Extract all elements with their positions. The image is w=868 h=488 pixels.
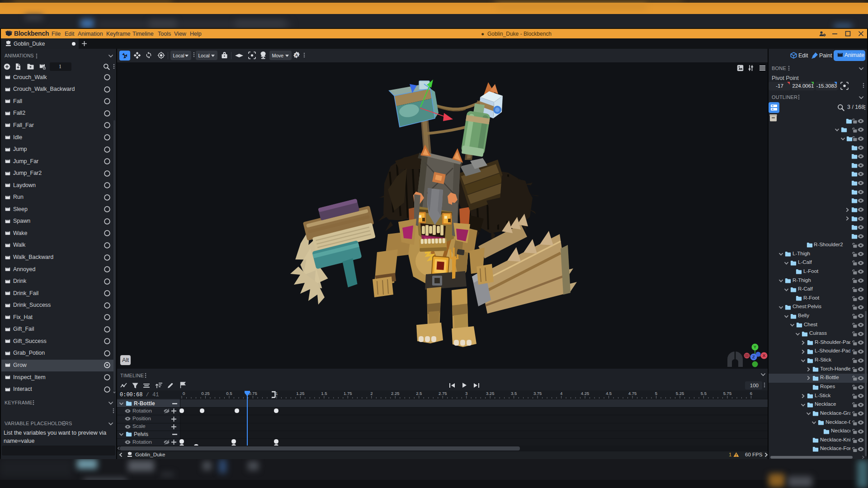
svg-text:5.75: 5.75 <box>723 391 732 396</box>
svg-text:1.5: 1.5 <box>321 391 327 396</box>
svg-text:6: 6 <box>750 391 752 396</box>
svg-text:5.25: 5.25 <box>676 391 684 396</box>
svg-text:2.25: 2.25 <box>391 391 400 396</box>
svg-text:3.25: 3.25 <box>486 391 495 396</box>
svg-text:3.5: 3.5 <box>511 391 517 396</box>
svg-text:4.25: 4.25 <box>581 391 590 396</box>
svg-text:3.75: 3.75 <box>533 391 542 396</box>
svg-text:4: 4 <box>560 391 562 396</box>
svg-text:Y: Y <box>754 344 757 349</box>
svg-text:X: X <box>763 353 766 358</box>
svg-text:5: 5 <box>655 391 657 396</box>
svg-text:1.75: 1.75 <box>344 391 352 396</box>
svg-text:2: 2 <box>370 391 373 396</box>
svg-text:3: 3 <box>465 391 467 396</box>
svg-text:0.25: 0.25 <box>201 391 210 396</box>
svg-text:5.5: 5.5 <box>701 391 707 396</box>
svg-text:A: A <box>295 53 298 57</box>
svg-text:2.75: 2.75 <box>439 391 447 396</box>
svg-text:4.5: 4.5 <box>606 391 612 396</box>
svg-text:2.5: 2.5 <box>416 391 422 396</box>
svg-text:4.75: 4.75 <box>628 391 637 396</box>
svg-text:Z: Z <box>752 354 755 359</box>
svg-text:0: 0 <box>183 391 185 396</box>
svg-text:1.25: 1.25 <box>296 391 305 396</box>
svg-text:0.5: 0.5 <box>226 391 232 396</box>
